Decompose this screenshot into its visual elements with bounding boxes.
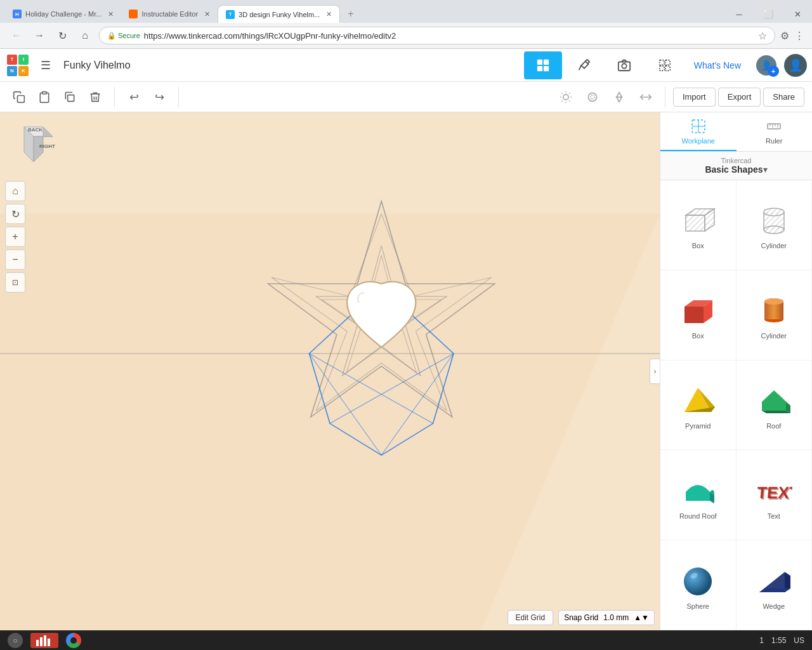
tab-2-close[interactable]: ✕ — [204, 10, 210, 18]
workplane-label: Workplane — [682, 137, 715, 145]
shape-box-ghost[interactable]: Box — [660, 180, 737, 270]
shape-sphere-label: Sphere — [687, 602, 709, 610]
flip-btn[interactable] — [634, 86, 657, 109]
tab-1-close[interactable]: ✕ — [108, 10, 114, 18]
camera-btn[interactable] — [605, 51, 643, 79]
edit-grid-btn[interactable]: Edit Grid — [508, 610, 554, 625]
grid-controls: Edit Grid Snap Grid 1.0 mm ▲▼ — [508, 610, 655, 625]
canvas-area[interactable]: RIGHT BACK ⌂ ↻ + − ⊡ › Edit Grid Snap Gr… — [0, 112, 660, 630]
forward-btn[interactable]: → — [30, 27, 48, 44]
cylinder-ghost-icon — [756, 202, 792, 239]
home-view-btn[interactable]: ⌂ — [5, 181, 25, 201]
zoom-out-btn[interactable]: − — [5, 249, 25, 270]
status-indicator: 1 — [759, 636, 764, 645]
svg-line-16 — [561, 93, 562, 93]
shape-sphere[interactable]: Sphere — [660, 540, 737, 630]
extensions-btn[interactable]: ⚙ — [780, 30, 789, 42]
svg-rect-43 — [768, 124, 780, 129]
close-btn[interactable]: ✕ — [783, 5, 812, 23]
build-btn[interactable] — [565, 51, 603, 79]
grid-view-btn[interactable] — [524, 51, 562, 79]
shape-cylinder-orange[interactable]: Cylinder — [737, 270, 813, 361]
avatar[interactable]: 👤 — [784, 54, 807, 77]
ruler-btn[interactable]: Ruler — [737, 112, 813, 151]
address-bar: ← → ↻ ⌂ 🔒 Secure https://www.tinkercad.c… — [0, 23, 812, 48]
svg-point-13 — [563, 94, 568, 99]
snap-grid-value: 1.0 mm — [603, 613, 629, 622]
group-btn[interactable] — [646, 51, 684, 79]
shapes-dropdown[interactable]: Tinkercad Basic Shapes ▾ — [660, 152, 812, 180]
status-region: US — [794, 636, 804, 645]
logo-i: I — [18, 55, 29, 65]
zoom-in-btn[interactable]: + — [5, 227, 25, 247]
tab-3-favicon: T — [226, 10, 235, 19]
shape-text[interactable]: TEXT TEXT Text — [737, 450, 813, 540]
shapes-grid: Box Cylinder — [660, 180, 812, 630]
shape-text-label: Text — [768, 512, 780, 520]
maximize-btn[interactable]: ⬜ — [754, 5, 783, 23]
tab-1[interactable]: H Holiday Challenge - Mr... ✕ — [5, 5, 121, 23]
svg-rect-1 — [544, 59, 549, 64]
snap-grid-label: Snap Grid — [564, 613, 598, 622]
tab-3[interactable]: T 3D design Funky Vihelm... ✕ — [218, 5, 340, 23]
shape-pyramid[interactable]: Pyramid — [660, 361, 737, 451]
hamburger-btn[interactable]: ☰ — [36, 55, 56, 76]
bookmark-btn[interactable]: ☆ — [758, 30, 767, 42]
back-btn[interactable]: ← — [8, 27, 25, 44]
text-shape-icon: TEXT TEXT — [756, 473, 792, 510]
view-cube-svg: RIGHT BACK — [5, 117, 62, 175]
redo-btn[interactable]: ↪ — [148, 86, 171, 109]
import-btn[interactable]: Import — [673, 88, 716, 107]
light-btn[interactable] — [554, 86, 577, 109]
mirror-btn[interactable] — [608, 86, 631, 109]
shape-cylinder-ghost[interactable]: Cylinder — [737, 180, 813, 270]
undo-btn[interactable]: ↩ — [122, 86, 145, 109]
copy-btn[interactable] — [8, 86, 30, 109]
home-btn[interactable]: ⌂ — [76, 27, 94, 44]
hammer-icon — [577, 58, 591, 72]
shape-wedge[interactable]: Wedge — [737, 540, 813, 630]
browser-menu-btn[interactable]: ⋮ — [794, 30, 804, 42]
taskbar-chrome[interactable] — [66, 633, 81, 648]
snap-grid-arrow[interactable]: ▲▼ — [634, 613, 649, 622]
box-ghost-icon — [679, 202, 716, 239]
shape-wedge-label: Wedge — [763, 602, 785, 610]
whats-new-btn[interactable]: What's New — [686, 54, 749, 77]
rotate-btn[interactable]: ↻ — [5, 204, 25, 224]
tab-4-placeholder: + — [340, 5, 365, 23]
tab-3-close[interactable]: ✕ — [326, 10, 332, 18]
workplane-icon — [690, 117, 707, 135]
align-icon — [586, 91, 599, 103]
svg-marker-58 — [684, 307, 704, 323]
svg-point-75 — [684, 567, 712, 595]
paste-btn[interactable] — [33, 86, 56, 109]
url-display: https://www.tinkercad.com/things/lRcXOUg… — [144, 31, 396, 41]
shape-box-red[interactable]: Box — [660, 270, 737, 361]
expand-panel-btn[interactable]: › — [650, 359, 660, 384]
share-btn[interactable]: Share — [763, 88, 804, 107]
ruler-label: Ruler — [766, 137, 782, 145]
taskbar-circle[interactable]: ○ — [8, 633, 23, 648]
minimize-btn[interactable]: ─ — [724, 5, 754, 23]
refresh-btn[interactable]: ↻ — [53, 27, 71, 44]
taskbar-chart[interactable] — [30, 633, 58, 648]
shape-round-roof-label: Round Roof — [679, 512, 717, 520]
delete-btn[interactable] — [84, 86, 107, 109]
svg-marker-72 — [762, 411, 790, 413]
tinkercad-logo[interactable]: T I N K — [5, 53, 30, 78]
address-input-container[interactable]: 🔒 Secure https://www.tinkercad.com/thing… — [99, 27, 775, 44]
fit-btn[interactable]: ⊡ — [5, 272, 25, 293]
tab-2[interactable]: Instructable Editor ✕ — [121, 5, 218, 23]
svg-rect-7 — [665, 60, 670, 64]
shape-round-roof[interactable]: Round Roof — [660, 450, 737, 540]
workplane-btn[interactable]: Workplane — [660, 112, 737, 151]
svg-rect-12 — [68, 95, 74, 101]
add-user-btn[interactable]: + — [768, 65, 779, 77]
align-btn[interactable] — [581, 86, 604, 109]
export-btn[interactable]: Export — [718, 88, 761, 107]
shapes-category: Tinkercad — [721, 157, 752, 164]
shape-roof[interactable]: Roof — [737, 361, 813, 451]
view-cube[interactable]: RIGHT BACK — [5, 117, 62, 175]
project-title: Funky Vihelmo — [63, 60, 131, 71]
duplicate-btn[interactable] — [58, 86, 81, 109]
